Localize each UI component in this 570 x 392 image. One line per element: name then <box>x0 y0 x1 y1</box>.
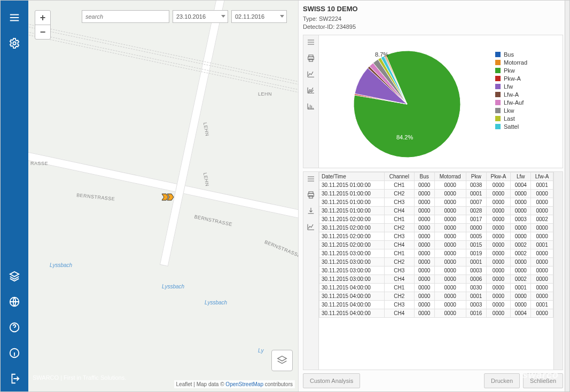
table-row[interactable]: 30.11.2015 03:00:00CH2000000000001000000… <box>319 257 553 266</box>
window-scrollbar[interactable] <box>565 1 569 391</box>
legend-label: Lfw-A <box>504 91 519 98</box>
legend-item[interactable]: Last <box>495 115 559 122</box>
col-header[interactable]: Bus <box>414 172 434 181</box>
legend-item[interactable]: Bus <box>495 51 559 58</box>
table-cell: 30.11.2015 04:00:00 <box>319 283 385 292</box>
table-cell: 0001 <box>531 240 553 249</box>
legend-label: Lkw <box>504 107 514 114</box>
chart-bar-icon[interactable] <box>306 101 316 111</box>
legend-item[interactable]: Lkw <box>495 107 559 114</box>
table-cell: 0001 <box>531 300 553 309</box>
table-cell: 0004 <box>511 309 531 317</box>
table-cell: CH1 <box>384 215 414 223</box>
search-input[interactable] <box>82 10 169 23</box>
col-header[interactable]: Channel <box>384 172 414 181</box>
legend-swatch <box>495 84 501 89</box>
main-content: LEHN LEHN LEHN BERNSTRASSE BERNSTRASSE B… <box>28 1 565 391</box>
print-button[interactable]: Drucken <box>484 373 520 388</box>
map-layers-button[interactable] <box>271 350 293 371</box>
table-row[interactable]: 30.11.2015 04:00:00CH3000000000003000000… <box>319 300 553 309</box>
table-row[interactable]: 30.11.2015 01:00:00CH2000000000001000000… <box>319 189 553 198</box>
help-icon[interactable] <box>7 320 22 335</box>
road-label: RASSE <box>30 161 48 166</box>
date-to-picker[interactable]: 02.11.2016 <box>231 10 287 23</box>
table-print-icon[interactable] <box>306 190 316 200</box>
table-export-icon[interactable] <box>306 206 316 216</box>
chart-block: 8.7% 84.2% BusMotorradPkwPkw-ALfwLfw-ALf… <box>303 35 563 168</box>
table-cell: 0000 <box>531 232 553 240</box>
chart-line-icon[interactable] <box>306 69 316 79</box>
legend-item[interactable]: Lfw-A <box>495 91 559 98</box>
table-cell: 0000 <box>531 275 553 283</box>
table-cell: 0000 <box>511 189 531 198</box>
col-header[interactable]: Pkw-A <box>486 172 511 181</box>
table-cell: 0001 <box>466 257 486 266</box>
table-row[interactable]: 30.11.2015 02:00:00CH2000000000000000000… <box>319 223 553 232</box>
legend-item[interactable]: Sattel <box>495 123 559 130</box>
zoom-out-button[interactable]: − <box>35 25 50 39</box>
table-row[interactable]: 30.11.2015 03:00:00CH3000000000003000000… <box>319 266 553 275</box>
date-from-picker[interactable]: 23.10.2016 <box>173 10 228 23</box>
col-header[interactable]: Date/Time <box>319 172 385 181</box>
table-cell: 30.11.2015 03:00:00 <box>319 257 385 266</box>
pie-label-pkw: 84.2% <box>396 134 413 140</box>
data-table-scroll[interactable]: Date/TimeChannelBusMotorradPkwPkw-ALfwLf… <box>319 172 553 370</box>
map-pane[interactable]: LEHN LEHN LEHN BERNSTRASSE BERNSTRASSE B… <box>28 1 298 391</box>
legend-item[interactable]: Motorrad <box>495 59 559 66</box>
table-row[interactable]: 30.11.2015 01:00:00CH3000000000007000000… <box>319 198 553 206</box>
chart-multiline-icon[interactable] <box>306 85 316 95</box>
table-row[interactable]: 30.11.2015 04:00:00CH2000000000001000000… <box>319 292 553 300</box>
table-cell: 0000 <box>414 283 434 292</box>
legend-swatch <box>495 76 501 81</box>
legend-item[interactable]: Pkw <box>495 67 559 74</box>
table-cell: CH2 <box>384 223 414 232</box>
table-row[interactable]: 30.11.2015 03:00:00CH1000000000019000000… <box>319 249 553 257</box>
zoom-in-button[interactable]: + <box>35 11 50 25</box>
table-row[interactable]: 30.11.2015 04:00:00CH1000000000030000000… <box>319 283 553 292</box>
settings-icon[interactable] <box>7 36 22 51</box>
table-cell: CH2 <box>384 257 414 266</box>
table-cell: CH4 <box>384 240 414 249</box>
globe-icon[interactable] <box>7 294 22 309</box>
legend-item[interactable]: Lfw-Auf <box>495 99 559 106</box>
footer-brand: SWARCO | First in Traffic Solutions. <box>33 374 126 381</box>
logout-icon[interactable] <box>7 371 22 386</box>
legend-item[interactable]: Lfw <box>495 83 559 90</box>
table-scrollbar[interactable] <box>553 172 563 370</box>
table-cell: 0004 <box>511 181 531 189</box>
table-row[interactable]: 30.11.2015 03:00:00CH4000000000006000000… <box>319 275 553 283</box>
chart-print-icon[interactable] <box>306 53 316 63</box>
table-row[interactable]: 30.11.2015 01:00:00CH4000000000028000000… <box>319 206 553 215</box>
custom-analysis-button[interactable]: Custom Analysis <box>303 373 360 388</box>
col-header[interactable]: Lfw-A <box>531 172 553 181</box>
table-cell: 0003 <box>466 266 486 275</box>
table-chart-icon[interactable] <box>306 222 316 232</box>
info-icon[interactable] <box>7 346 22 360</box>
table-row[interactable]: 30.11.2015 02:00:00CH4000000000015000000… <box>319 240 553 249</box>
table-row[interactable]: 30.11.2015 04:00:00CH4000000000016000000… <box>319 309 553 317</box>
table-block: Date/TimeChannelBusMotorradPkwPkw-ALfwLf… <box>303 171 563 370</box>
detector-marker[interactable] <box>161 192 176 202</box>
menu-icon[interactable] <box>7 10 22 25</box>
chart-area: 8.7% 84.2% BusMotorradPkwPkw-ALfwLfw-ALf… <box>319 35 563 168</box>
table-cell: 0000 <box>414 189 434 198</box>
table-cell: 0000 <box>486 292 511 300</box>
table-cell: 0000 <box>434 189 466 198</box>
table-menu-icon[interactable] <box>306 174 316 184</box>
layers-icon[interactable] <box>7 269 22 284</box>
col-header[interactable]: Lfw <box>511 172 531 181</box>
road-label: LEHN <box>202 122 210 136</box>
table-cell: 30.11.2015 02:00:00 <box>319 232 385 240</box>
main-sidebar <box>1 1 28 391</box>
table-row[interactable]: 30.11.2015 02:00:00CH3000000000005000000… <box>319 232 553 240</box>
legend-item[interactable]: Pkw-A <box>495 75 559 82</box>
col-header[interactable]: Pkw <box>466 172 486 181</box>
table-cell: 0000 <box>414 240 434 249</box>
chart-menu-icon[interactable] <box>306 37 316 47</box>
table-row[interactable]: 30.11.2015 01:00:00CH1000000000038000000… <box>319 181 553 189</box>
table-row[interactable]: 30.11.2015 02:00:00CH1000000000017000000… <box>319 215 553 223</box>
table-cell: 30.11.2015 02:00:00 <box>319 223 385 232</box>
col-header[interactable]: Motorrad <box>434 172 466 181</box>
table-cell: 30.11.2015 04:00:00 <box>319 292 385 300</box>
osm-link[interactable]: OpenStreetMap <box>225 381 263 387</box>
